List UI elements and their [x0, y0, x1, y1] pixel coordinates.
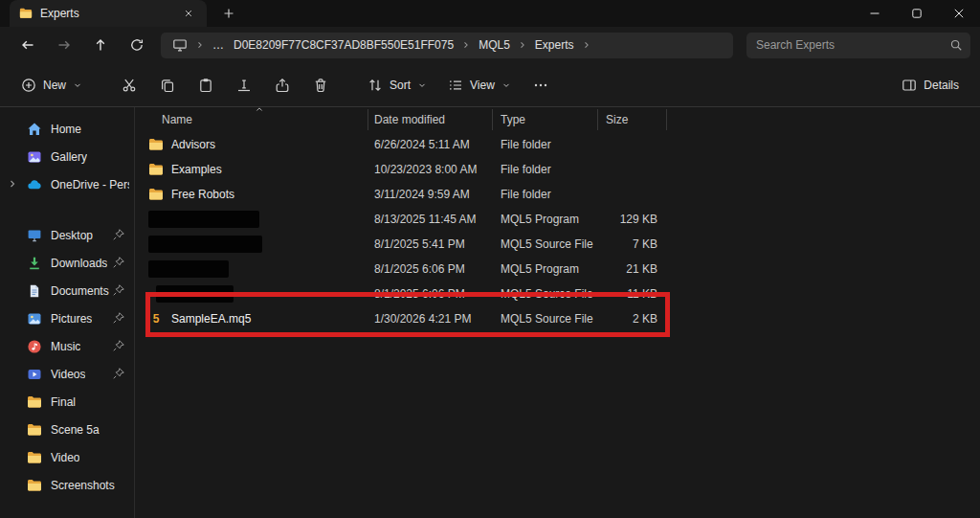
delete-button[interactable]: [302, 70, 339, 101]
sidebar-item-label: Video: [51, 451, 79, 464]
tab-experts[interactable]: Experts: [10, 0, 207, 27]
chevron-expand-icon[interactable]: [7, 178, 18, 190]
refresh-button[interactable]: [119, 31, 155, 59]
file-size: 129 KB: [598, 213, 667, 226]
sidebar-item-gallery[interactable]: Gallery: [0, 143, 134, 170]
sidebar-item-documents[interactable]: Documents: [0, 277, 134, 304]
file-date: 3/11/2024 9:59 AM: [368, 188, 493, 201]
sidebar-item-desktop[interactable]: Desktop: [0, 221, 134, 249]
new-tab-button[interactable]: [218, 3, 239, 24]
rename-button[interactable]: [226, 70, 262, 101]
chevron-right-icon[interactable]: [580, 39, 593, 51]
breadcrumb-ellipsis[interactable]: …: [209, 34, 228, 56]
sidebar-item-scene-5a[interactable]: Scene 5a: [0, 416, 134, 443]
column-header-size[interactable]: Size: [598, 109, 667, 130]
minimize-button[interactable]: [854, 0, 896, 27]
sidebar-item-music[interactable]: Music: [0, 332, 134, 360]
file-date: 10/23/2023 8:00 AM: [368, 163, 493, 176]
view-button[interactable]: View: [438, 70, 521, 101]
file-size: 7 KB: [598, 237, 667, 251]
redaction-bar: [148, 260, 229, 278]
column-header-type[interactable]: Type: [493, 109, 598, 130]
file-type: MQL5 Program: [493, 262, 598, 276]
details-pane-icon: [902, 78, 917, 93]
chevron-right-icon[interactable]: [516, 39, 529, 51]
copy-button[interactable]: [149, 70, 186, 101]
sidebar-item-videos[interactable]: Videos: [0, 360, 134, 388]
search-box[interactable]: [746, 33, 970, 58]
sidebar-item-label: Documents: [51, 284, 109, 298]
command-toolbar: New Sort View Details: [0, 63, 980, 107]
forward-button[interactable]: [46, 31, 82, 59]
sidebar-item-onedrive[interactable]: OneDrive - Persona: [0, 170, 134, 198]
file-row-sampleea[interactable]: 5 SampleEA.mq5 1/30/2026 4:21 PM MQL5 So…: [146, 306, 980, 331]
downloads-icon: [27, 256, 42, 271]
chevron-right-icon[interactable]: [193, 39, 207, 51]
folder-icon: [27, 450, 42, 465]
sidebar-item-label: Home: [51, 123, 81, 136]
file-row-redacted[interactable]: 8/1/2025 6:06 PM MQL5 Program 21 KB: [146, 257, 980, 282]
new-button[interactable]: New: [11, 70, 92, 101]
file-name: Advisors: [171, 138, 215, 151]
breadcrumb-experts[interactable]: Experts: [531, 34, 578, 56]
back-button[interactable]: [10, 31, 46, 59]
sidebar-item-video[interactable]: Video: [0, 443, 134, 471]
pin-icon: [112, 339, 125, 352]
file-explorer-window: Experts … D0E8209F77C8CF37AD8BF550E51FF0…: [0, 0, 980, 518]
more-options-button[interactable]: [523, 70, 559, 101]
chevron-down-icon: [73, 80, 82, 90]
folder-icon: [27, 422, 42, 438]
column-header-label: Date modified: [374, 113, 445, 126]
column-header-date-modified[interactable]: Date modified: [368, 109, 493, 130]
tab-label: Experts: [40, 7, 170, 20]
view-button-label: View: [470, 79, 495, 92]
chevron-right-icon[interactable]: [459, 39, 473, 51]
file-row-redacted[interactable]: 8/1/2025 6:06 PM MQL5 Source File 11 KB: [146, 282, 980, 306]
videos-icon: [27, 367, 42, 382]
file-date: 6/26/2024 5:11 AM: [368, 138, 493, 151]
close-button[interactable]: [938, 0, 980, 27]
sort-button[interactable]: Sort: [358, 70, 436, 101]
sidebar: Home Gallery OneDrive - Persona Desktop …: [0, 107, 135, 518]
sidebar-item-label: Scene 5a: [51, 423, 100, 437]
maximize-button[interactable]: [896, 0, 938, 27]
sidebar-item-screenshots[interactable]: Screenshots: [0, 471, 134, 499]
gallery-icon: [27, 149, 42, 165]
home-icon: [27, 122, 42, 137]
cut-button[interactable]: [111, 70, 147, 101]
folder-icon: [148, 187, 164, 202]
main-area: Home Gallery OneDrive - Persona Desktop …: [0, 107, 980, 518]
sidebar-item-pictures[interactable]: Pictures: [0, 304, 134, 332]
address-bar[interactable]: … D0E8209F77C8CF37AD8BF550E51FF075 MQL5 …: [161, 33, 733, 58]
sidebar-item-label: Downloads: [51, 257, 107, 270]
file-row-redacted[interactable]: 8/13/2025 11:45 AM MQL5 Program 129 KB: [146, 207, 980, 232]
sidebar-item-final[interactable]: Final: [0, 388, 134, 416]
new-button-label: New: [43, 79, 66, 92]
column-header-name[interactable]: Name: [146, 109, 368, 130]
file-date: 8/1/2025 6:06 PM: [368, 262, 493, 276]
sidebar-item-home[interactable]: Home: [0, 115, 134, 143]
file-row-examples[interactable]: Examples 10/23/2023 8:00 AM File folder: [146, 157, 980, 182]
search-input[interactable]: [756, 38, 949, 52]
sidebar-item-downloads[interactable]: Downloads: [0, 249, 134, 277]
file-list-pane: Name Date modified Type Size Advisors 6/…: [135, 107, 980, 518]
file-row-redacted[interactable]: 8/1/2025 5:41 PM MQL5 Source File 7 KB: [146, 232, 980, 257]
share-button[interactable]: [264, 70, 301, 101]
breadcrumb-mql5[interactable]: MQL5: [475, 34, 514, 56]
column-header-label: Size: [606, 113, 628, 126]
sidebar-item-label: Desktop: [51, 229, 93, 242]
column-headers: Name Date modified Type Size: [146, 107, 980, 132]
file-row-free-robots[interactable]: Free Robots 3/11/2024 9:59 AM File folde…: [146, 182, 980, 207]
file-row-advisors[interactable]: Advisors 6/26/2024 5:11 AM File folder: [146, 132, 980, 157]
pin-icon: [112, 228, 125, 241]
paste-button[interactable]: [188, 70, 224, 101]
up-button[interactable]: [82, 31, 119, 59]
search-icon[interactable]: [949, 38, 963, 52]
details-button[interactable]: Details: [892, 70, 969, 101]
breadcrumb-guid[interactable]: D0E8209F77C8CF37AD8BF550E51FF075: [230, 34, 457, 56]
breadcrumb-this-pc[interactable]: [168, 34, 191, 56]
sidebar-item-label: Music: [51, 340, 80, 353]
sort-arrows-icon: [368, 78, 383, 93]
file-type: MQL5 Source File: [493, 312, 598, 326]
tab-close-icon[interactable]: [178, 3, 199, 24]
